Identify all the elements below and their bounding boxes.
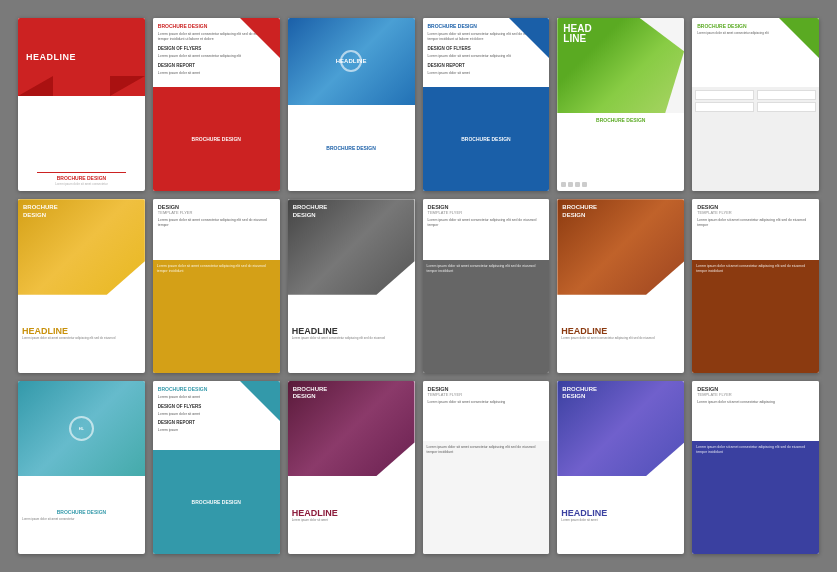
card-top-section: HEADLINE bbox=[288, 18, 415, 105]
brochure-card-r1c4: BROCHURE DESIGN Lorem ipsum dolor sit am… bbox=[423, 18, 550, 191]
card-bottom-section: Lorem ipsum dolor sit amet consectetur a… bbox=[692, 441, 819, 554]
card-bottom-section: Lorem ipsum dolor sit amet consectetur a… bbox=[153, 260, 280, 373]
info-row bbox=[695, 90, 816, 100]
card-bottom-section: BROCHURE DESIGN Lorem ipsum dolor sit am… bbox=[18, 476, 145, 554]
body-text: Lorem ipsum dolor sit amet consectetur a… bbox=[428, 218, 545, 228]
subtext: Lorem ipsum dolor sit amet consectetur a… bbox=[561, 336, 680, 341]
brochure-card-r2c1: BROCHUREDESIGN HEADLINE Lorem ipsum dolo… bbox=[18, 199, 145, 372]
corner-decoration bbox=[240, 381, 280, 421]
bottom-label: BROCHURE DESIGN bbox=[461, 136, 510, 142]
brochure-card-r1c1: HEADLINE BROCHURE DESIGN Lorem ipsum dol… bbox=[18, 18, 145, 191]
triangle-decoration bbox=[18, 76, 53, 96]
card-bottom-section: BROCHURE DESIGN bbox=[557, 113, 684, 191]
bottom-text: Lorem ipsum dolor sit amet consectetur a… bbox=[427, 445, 546, 455]
headline-text: HEADLINE bbox=[292, 326, 411, 336]
card-bottom-section: HEADLINE Lorem ipsum dolor sit amet cons… bbox=[288, 295, 415, 373]
card-bottom-section: HEADLINE Lorem ipsum dolor sit amet cons… bbox=[18, 295, 145, 373]
brochure-text: BROCHUREDESIGN bbox=[293, 204, 410, 218]
card-top-section: HEADLINE bbox=[18, 18, 145, 96]
dot bbox=[561, 182, 566, 187]
subtitle: TEMPLATE FLYER bbox=[697, 210, 814, 215]
subtext: Lorem ipsum dolor sit amet consectetur a… bbox=[22, 336, 141, 341]
brochure-label: BROCHURE DESIGN bbox=[561, 117, 680, 123]
bottom-text: Lorem ipsum dolor sit amet consectetur a… bbox=[696, 445, 815, 455]
corner-decoration bbox=[779, 18, 819, 58]
info-box bbox=[757, 102, 816, 112]
info-box bbox=[757, 90, 816, 100]
brochure-card-r3c3: BROCHUREDESIGN HEADLINE Lorem ipsum dolo… bbox=[288, 381, 415, 554]
card-bottom-section: HEADLINE Lorem ipsum dolor sit amet cons… bbox=[557, 295, 684, 373]
card-bottom-section: Lorem ipsum dolor sit amet consectetur a… bbox=[423, 260, 550, 373]
card-bottom-section: BROCHURE DESIGN bbox=[423, 87, 550, 191]
subtext: Lorem ipsum dolor sit amet bbox=[561, 518, 680, 523]
brochure-card-r2c4: DESIGN TEMPLATE FLYER Lorem ipsum dolor … bbox=[423, 199, 550, 372]
triangle-decoration bbox=[110, 76, 145, 96]
headline-text: HEAD LINE bbox=[563, 24, 591, 44]
circle-label: HL bbox=[79, 426, 84, 431]
card-bottom-section bbox=[692, 87, 819, 191]
circle-decoration: HL bbox=[69, 416, 94, 441]
card-top-section: BROCHUREDESIGN bbox=[18, 199, 145, 294]
brochure-card-r2c2: DESIGN TEMPLATE FLYER Lorem ipsum dolor … bbox=[153, 199, 280, 372]
section-title: DESIGN REPORT bbox=[158, 420, 275, 425]
card-top-section: DESIGN TEMPLATE FLYER Lorem ipsum dolor … bbox=[153, 199, 280, 260]
brochure-text: BROCHUREDESIGN bbox=[562, 204, 679, 218]
bottom-label: BROCHURE DESIGN bbox=[192, 136, 241, 142]
subtitle: TEMPLATE FLYER bbox=[428, 392, 545, 397]
corner-decoration bbox=[240, 18, 280, 58]
brochure-gallery: HEADLINE BROCHURE DESIGN Lorem ipsum dol… bbox=[0, 0, 837, 572]
brochure-card-r3c1: HL BROCHURE DESIGN Lorem ipsum dolor sit… bbox=[18, 381, 145, 554]
brochure-card-r1c2: BROCHURE DESIGN Lorem ipsum dolor sit am… bbox=[153, 18, 280, 191]
dot bbox=[568, 182, 573, 187]
card-top-section: BROCHUREDESIGN bbox=[557, 199, 684, 294]
brochure-card-r1c5: HEAD LINE BROCHURE DESIGN bbox=[557, 18, 684, 191]
bottom-text: Lorem ipsum dolor sit amet consectetur a… bbox=[427, 264, 546, 274]
card-bottom-section: Lorem ipsum dolor sit amet consectetur a… bbox=[692, 260, 819, 373]
bottom-text: Lorem ipsum dolor sit amet consectetur a… bbox=[696, 264, 815, 274]
headline-text: HEADLINE bbox=[561, 508, 680, 518]
headline-text: HEADLINE bbox=[561, 326, 680, 336]
brochure-text: BROCHUREDESIGN bbox=[562, 386, 679, 400]
dots-decoration bbox=[561, 182, 680, 187]
card-top-section: HEAD LINE bbox=[557, 18, 684, 113]
card-top-section: BROCHUREDESIGN bbox=[288, 381, 415, 476]
subtext: Lorem ipsum dolor sit amet consectetur bbox=[55, 182, 108, 186]
card-top-section: HL bbox=[18, 381, 145, 476]
card-bottom-section: BROCHURE DESIGN bbox=[288, 105, 415, 192]
brochure-label: BROCHURE DESIGN bbox=[22, 509, 141, 515]
card-top-section: DESIGN TEMPLATE FLYER Lorem ipsum dolor … bbox=[423, 199, 550, 260]
brochure-card-r3c4: DESIGN TEMPLATE FLYER Lorem ipsum dolor … bbox=[423, 381, 550, 554]
dot bbox=[582, 182, 587, 187]
body-text: Lorem ipsum dolor sit amet consectetur a… bbox=[158, 218, 275, 228]
body-text: Lorem ipsum dolor sit amet bbox=[158, 71, 275, 76]
body-text: Lorem ipsum dolor sit amet bbox=[428, 71, 545, 76]
card-top-section: DESIGN TEMPLATE FLYER Lorem ipsum dolor … bbox=[692, 199, 819, 260]
card-top-section: DESIGN TEMPLATE FLYER Lorem ipsum dolor … bbox=[692, 381, 819, 442]
card-bottom-section: BROCHURE DESIGN bbox=[153, 87, 280, 191]
brochure-card-r2c6: DESIGN TEMPLATE FLYER Lorem ipsum dolor … bbox=[692, 199, 819, 372]
brochure-text: BROCHUREDESIGN bbox=[23, 204, 140, 218]
card-top-section: BROCHURE DESIGN Lorem ipsum dolor sit am… bbox=[153, 18, 280, 87]
card-top-section: BROCHURE DESIGN Lorem ipsum dolor sit am… bbox=[692, 18, 819, 87]
headline-text: HEADLINE bbox=[22, 326, 141, 336]
info-box bbox=[695, 102, 754, 112]
card-top-section: DESIGN TEMPLATE FLYER Lorem ipsum dolor … bbox=[423, 381, 550, 442]
headline-text: HEADLINE bbox=[26, 52, 76, 62]
corner-decoration bbox=[509, 18, 549, 58]
bottom-label: BROCHURE DESIGN bbox=[192, 499, 241, 505]
info-box bbox=[695, 90, 754, 100]
brochure-card-r2c5: BROCHUREDESIGN HEADLINE Lorem ipsum dolo… bbox=[557, 199, 684, 372]
brochure-card-r3c5: BROCHUREDESIGN HEADLINE Lorem ipsum dolo… bbox=[557, 381, 684, 554]
subtext: Lorem ipsum dolor sit amet bbox=[292, 518, 411, 523]
body-text: Lorem ipsum dolor sit amet consectetur a… bbox=[697, 400, 814, 405]
brochure-card-r3c2: BROCHURE DESIGN Lorem ipsum dolor sit am… bbox=[153, 381, 280, 554]
brochure-card-r3c6: DESIGN TEMPLATE FLYER Lorem ipsum dolor … bbox=[692, 381, 819, 554]
brochure-card-r1c6: BROCHURE DESIGN Lorem ipsum dolor sit am… bbox=[692, 18, 819, 191]
card-top-section: BROCHURE DESIGN Lorem ipsum dolor sit am… bbox=[153, 381, 280, 450]
subtext: Lorem ipsum dolor sit amet consectetur a… bbox=[292, 336, 411, 341]
brochure-label: BROCHURE DESIGN bbox=[37, 172, 126, 181]
headline-text: HEADLINE bbox=[336, 58, 367, 64]
subtext: Lorem ipsum dolor sit amet consectetur bbox=[22, 517, 141, 522]
body-text: Lorem ipsum bbox=[158, 428, 275, 433]
body-text: Lorem ipsum dolor sit amet consectetur a… bbox=[697, 218, 814, 228]
